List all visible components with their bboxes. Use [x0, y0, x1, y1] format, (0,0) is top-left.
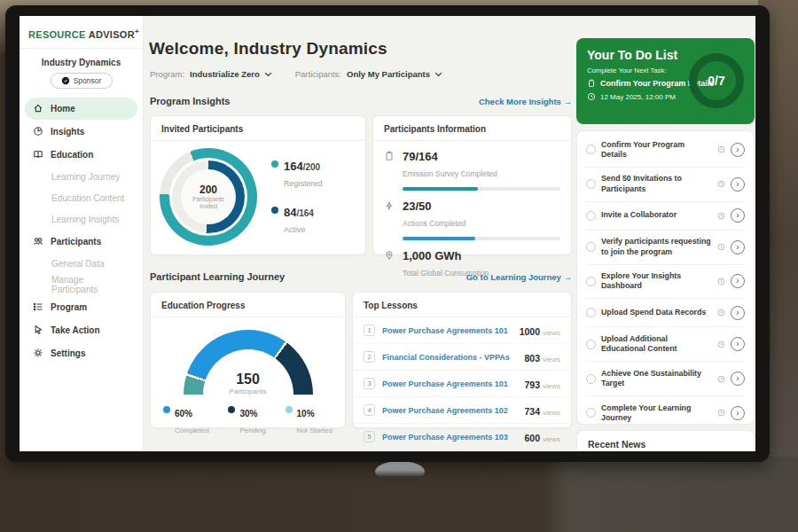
clock-icon — [717, 180, 725, 188]
task-row-8[interactable]: Achieve One Sustainability Target › — [586, 362, 745, 396]
lesson-row: 1 Power Purchase Agreements 101 1000view… — [353, 317, 571, 344]
chevron-right-icon[interactable]: › — [731, 306, 745, 320]
stat-label: Actions Completed — [403, 219, 466, 228]
sidebar-item-program[interactable]: Program — [25, 296, 137, 318]
chevron-right-icon[interactable]: › — [731, 240, 745, 254]
sidebar-item-take-action[interactable]: Take Action — [25, 319, 137, 341]
sidebar-item-learning-journey[interactable]: Learning Journey — [25, 167, 137, 187]
sidebar-item-learning-insights[interactable]: Learning Insights — [25, 209, 137, 230]
task-row-4[interactable]: Verify participants requesting to join t… — [586, 231, 745, 265]
task-row-6[interactable]: Upload Spend Data Records › — [586, 299, 745, 327]
recent-news-title: Recent News — [588, 439, 743, 451]
clock-icon — [587, 92, 596, 101]
sidebar-item-label: Manage Participants — [51, 275, 130, 294]
gauge-center-value: 150 — [184, 372, 313, 387]
lesson-link[interactable]: Power Purchase Agreements 101 — [382, 379, 517, 388]
task-checkbox[interactable] — [586, 340, 596, 349]
lesson-link[interactable]: Power Purchase Agreements 103 — [382, 433, 517, 442]
lesson-link[interactable]: Financial Considerations - VPPAs — [382, 353, 517, 362]
stat-actions: 23/50Actions Completed — [373, 191, 571, 231]
task-row-7[interactable]: Upload Additional Educational Content › — [586, 327, 745, 362]
task-checkbox[interactable] — [586, 211, 596, 221]
legend-pending: 30%Pending — [228, 404, 265, 436]
participants-icon — [32, 236, 43, 247]
chevron-right-icon[interactable]: › — [731, 372, 745, 386]
lesson-link[interactable]: Power Purchase Agreements 102 — [382, 406, 517, 415]
chevron-right-icon[interactable]: › — [731, 337, 745, 351]
chevron-right-icon[interactable]: › — [731, 143, 745, 157]
clock-icon — [717, 145, 725, 153]
sidebar-item-label: Participants — [51, 237, 101, 246]
task-label: Invite a Collaborator — [601, 210, 712, 220]
clock-icon — [717, 375, 725, 383]
program-filter[interactable]: Program: Industrialize Zero — [150, 69, 272, 79]
invited-donut-chart: 200 Participants Invited 164/200Register… — [151, 141, 365, 253]
legend-dot-light-blue — [286, 406, 293, 413]
legend-value: 84 — [284, 206, 296, 219]
sidebar-item-home[interactable]: Home — [25, 98, 137, 120]
chevron-right-icon[interactable]: › — [731, 274, 745, 288]
link-text: Go to Learning Journey — [466, 272, 561, 282]
check-more-insights-link[interactable]: Check More Insights → — [479, 97, 572, 106]
sidebar-item-manage-participants[interactable]: Manage Participants — [25, 275, 137, 295]
sidebar-item-label: Insights — [51, 127, 84, 137]
task-label: Send 50 Invitations to Participants — [601, 174, 712, 194]
task-row-3[interactable]: Invite a Collaborator › — [586, 202, 745, 231]
legend-registered: 164/200Registered — [271, 158, 323, 190]
take-action-icon — [32, 325, 43, 336]
logo-plus: + — [135, 27, 139, 35]
chevron-right-icon[interactable]: › — [731, 208, 745, 223]
lesson-row: 2 Financial Considerations - VPPAs 803vi… — [353, 344, 571, 371]
chevron-right-icon[interactable]: › — [731, 406, 745, 420]
sponsor-badge[interactable]: Sponsor — [51, 73, 113, 89]
task-label: Verify participants requesting to join t… — [601, 237, 712, 257]
task-checkbox[interactable] — [586, 374, 596, 384]
donut-center-label: Participants — [192, 196, 224, 203]
learning-journey-header: Participant Learning Journey Go to Learn… — [150, 271, 572, 282]
lesson-row: 5 Power Purchase Agreements 103 600views — [353, 424, 571, 450]
sidebar-item-label: Take Action — [51, 325, 100, 335]
lesson-link[interactable]: Power Purchase Agreements 101 — [382, 326, 512, 335]
task-checkbox[interactable] — [586, 308, 596, 317]
sidebar-item-general-data[interactable]: General Data — [25, 254, 137, 274]
lesson-views: 1000 — [520, 326, 540, 337]
sidebar-item-education[interactable]: Education — [25, 144, 137, 166]
legend-dot-navy — [271, 207, 278, 214]
card-title: Invited Participants — [151, 116, 365, 141]
task-row-5[interactable]: Explore Your Insights Dashboard › — [586, 265, 745, 300]
task-checkbox[interactable] — [586, 179, 596, 189]
task-checkbox[interactable] — [586, 242, 596, 252]
go-to-learning-journey-link[interactable]: Go to Learning Journey → — [466, 272, 572, 282]
sidebar-item-label: Learning Insights — [51, 215, 119, 224]
donut-chart: 200 Participants Invited — [160, 148, 257, 246]
lesson-views-label: views — [543, 356, 560, 364]
chevron-right-icon[interactable]: › — [731, 177, 745, 192]
donut-inner-ring: 200 Participants Invited — [172, 160, 245, 233]
sidebar-item-label: Education — [51, 150, 93, 160]
task-label: Complete Your Learning Journey — [601, 403, 712, 424]
clock-icon — [717, 409, 725, 417]
clock-icon — [717, 309, 725, 317]
sidebar-item-label: Education Content — [51, 193, 124, 203]
task-row-2[interactable]: Send 50 Invitations to Participants › — [586, 168, 745, 202]
lesson-rank: 5 — [364, 431, 375, 442]
task-row-9[interactable]: Complete Your Learning Journey › — [586, 396, 745, 425]
task-checkbox[interactable] — [586, 277, 596, 286]
legend-active: 84/164Active — [271, 204, 323, 236]
sidebar-item-insights[interactable]: Insights — [25, 121, 137, 143]
sidebar-item-settings[interactable]: Settings — [25, 342, 137, 364]
task-checkbox[interactable] — [586, 408, 596, 418]
lesson-views-label: views — [543, 382, 560, 390]
sidebar-item-education-content[interactable]: Education Content — [25, 188, 137, 208]
donut-center-value: 200 — [200, 184, 217, 196]
task-checkbox[interactable] — [586, 145, 596, 154]
legend-label: Pending — [239, 426, 265, 434]
sidebar-item-participants[interactable]: Participants — [25, 231, 137, 253]
legend-label: Active — [284, 225, 306, 234]
program-filter-value[interactable]: Industrialize Zero — [190, 69, 272, 79]
task-row-1[interactable]: Confirm Your Program Details › — [586, 133, 745, 168]
home-icon — [32, 103, 43, 114]
actions-icon — [384, 200, 395, 212]
participants-filter-value[interactable]: Only My Participants — [347, 69, 442, 79]
participants-filter[interactable]: Participants: Only My Participants — [295, 69, 442, 79]
